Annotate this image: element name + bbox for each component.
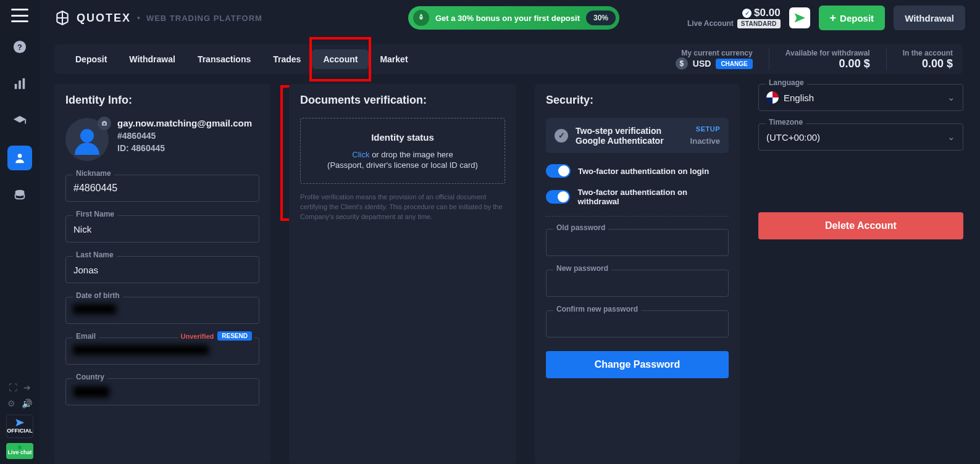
svg-text:?: ? (17, 43, 22, 52)
profile-hash: #4860445 (117, 131, 252, 141)
balance-block: ✓$0.00 Live AccountSTANDARD (687, 7, 781, 28)
firstname-field: First Name (65, 215, 259, 242)
old-password-input[interactable] (546, 229, 729, 256)
prefs-panel: Language English ⌄ Timezone (UTC+00:00) … (758, 84, 963, 464)
telegram-button[interactable] (789, 7, 810, 28)
camera-icon[interactable] (98, 117, 111, 130)
dob-field: Date of birth 01/01/1991 (65, 297, 259, 324)
identity-status: Identity status (307, 132, 498, 143)
flag-uk-icon (766, 91, 779, 104)
svg-point-8 (104, 123, 106, 125)
official-button[interactable]: OFFICIAL (6, 415, 33, 438)
new-password-field: New password (546, 270, 729, 297)
lastname-field: Last Name (65, 256, 259, 283)
change-password-button[interactable]: Change Password (546, 351, 729, 378)
content: Identity Info: gay.now.matching@gmail.co… (54, 84, 963, 464)
education-icon[interactable] (7, 109, 32, 133)
chevron-down-icon: ⌄ (947, 92, 955, 103)
setup-button[interactable]: SETUP (690, 125, 720, 133)
svg-rect-4 (23, 78, 25, 89)
account-icon[interactable] (7, 146, 32, 170)
svg-point-5 (18, 154, 22, 158)
firstname-input[interactable] (65, 215, 259, 242)
account-type: Live Account (687, 20, 734, 28)
nickname-input[interactable] (65, 175, 259, 202)
bonus-pct: 30% (586, 10, 616, 25)
finance-icon[interactable] (7, 183, 32, 207)
inaccount-metric: In the account 0.00 $ (903, 49, 953, 70)
upload-hint: (Passport, driver's license or local ID … (307, 160, 498, 170)
two-step-card: ✓ Two-step verification Google Authentic… (546, 118, 729, 153)
new-password-input[interactable] (546, 270, 729, 297)
tab-transactions[interactable]: Transactions (186, 49, 262, 69)
tab-trades[interactable]: Trades (262, 49, 312, 69)
gear-icon[interactable]: ⚙ (7, 399, 15, 408)
tab-deposit[interactable]: Deposit (64, 49, 118, 69)
upload-click-link[interactable]: Click (352, 150, 369, 159)
profile-email: gay.now.matching@gmail.com (117, 118, 252, 128)
brand-name: QUOTEX (77, 12, 131, 25)
change-currency-button[interactable]: CHANGE (716, 59, 752, 69)
official-label: OFFICIAL (7, 428, 33, 434)
ga-label: Google Authenticator (576, 136, 683, 146)
avatar (65, 118, 109, 161)
security-title: Security: (546, 94, 729, 107)
withdrawal-button[interactable]: Withdrawal (894, 6, 965, 30)
country-select[interactable]: Vietnam (65, 378, 259, 405)
menu-icon[interactable] (11, 9, 28, 22)
tfa-login-label: Two-factor authentication on login (578, 167, 709, 176)
live-chat-button[interactable]: Live chat (6, 443, 33, 459)
rocket-icon (413, 10, 429, 26)
brand: QUOTEX • WEB TRADING PLATFORM (54, 10, 262, 26)
tfa-withdraw-label: Two-factor authentication on withdrawal (577, 188, 729, 206)
stats-icon[interactable] (7, 72, 32, 96)
bonus-text: Get a 30% bonus on your first deposit (435, 14, 580, 23)
left-rail: ? ⛶ ➔ ⚙ 🔊 OFFICIAL Live chat (0, 0, 40, 464)
svg-point-7 (421, 16, 422, 17)
language-select[interactable]: English ⌄ (758, 84, 963, 111)
sound-icon[interactable]: 🔊 (22, 399, 32, 408)
chevron-down-icon: ⌄ (947, 131, 955, 143)
security-panel: Security: ✓ Two-step verification Google… (535, 84, 740, 464)
documents-note: Profile verification means the provision… (300, 193, 505, 222)
topbar: QUOTEX • WEB TRADING PLATFORM Get a 30% … (40, 0, 980, 36)
profile-id: ID: 4860445 (117, 143, 252, 153)
help-icon[interactable]: ? (7, 35, 32, 59)
currency-value: USD (693, 59, 711, 68)
confirm-password-input[interactable] (546, 310, 729, 338)
tfa-login-toggle[interactable] (546, 164, 571, 178)
svg-rect-2 (15, 84, 17, 89)
fullscreen-icon[interactable]: ⛶ (9, 383, 17, 392)
tab-market[interactable]: Market (369, 49, 419, 69)
brand-logo-icon (54, 10, 70, 26)
available-metric: Available for withdrawal 0.00 $ (785, 49, 870, 70)
check-circle-icon: ✓ (555, 129, 568, 143)
live-chat-label: Live chat (7, 449, 31, 455)
account-badge: STANDARD (737, 19, 781, 28)
timezone-select[interactable]: (UTC+00:00) ⌄ (758, 123, 963, 151)
tab-withdrawal[interactable]: Withdrawal (118, 49, 186, 69)
svg-rect-3 (19, 81, 21, 89)
upload-dropzone[interactable]: Identity status Click or drop the image … (300, 118, 505, 184)
identity-title: Identity Info: (65, 94, 259, 107)
identity-panel: Identity Info: gay.now.matching@gmail.co… (54, 84, 270, 464)
lastname-input[interactable] (65, 256, 259, 283)
twostep-label: Two-step verification (576, 126, 683, 136)
subnav: Deposit Withdrawal Transactions Trades A… (54, 44, 963, 74)
deposit-button[interactable]: +Deposit (819, 6, 886, 30)
bonus-banner[interactable]: Get a 30% bonus on your first deposit 30… (408, 6, 619, 30)
documents-panel: Documents verification: Identity status … (289, 84, 516, 464)
documents-title: Documents verification: (300, 94, 505, 107)
timezone-field: Timezone (UTC+00:00) ⌄ (758, 123, 963, 151)
resend-button[interactable]: RESEND (217, 331, 252, 341)
country-field: Country Vietnam (65, 378, 259, 405)
nickname-field: Nickname (65, 175, 259, 202)
brand-subtitle: WEB TRADING PLATFORM (146, 14, 262, 23)
email-field: Email Unverified RESEND gay.now.matching… (65, 338, 259, 365)
inactive-label: Inactive (690, 136, 720, 146)
delete-account-button[interactable]: Delete Account (758, 212, 963, 239)
tab-account[interactable]: Account (312, 49, 369, 69)
arrow-icon[interactable]: ➔ (23, 383, 31, 392)
language-field: Language English ⌄ (758, 84, 963, 111)
tfa-withdraw-toggle[interactable] (546, 190, 570, 204)
